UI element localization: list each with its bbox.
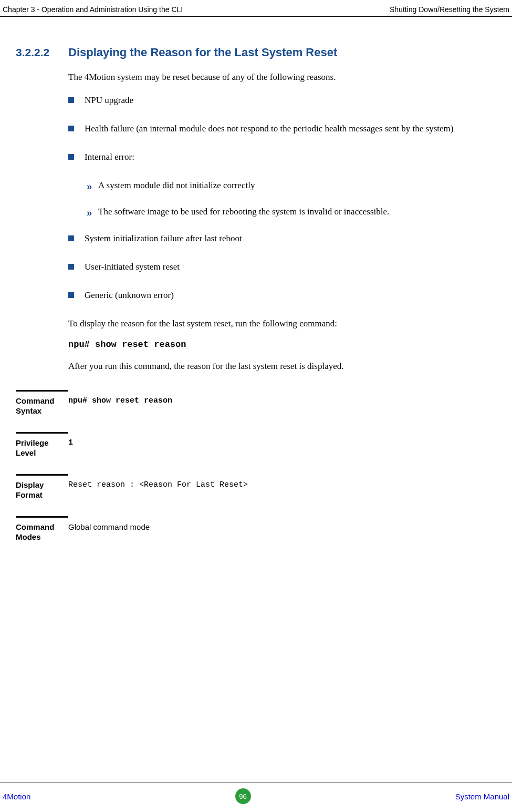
info-label: Command Syntax [16,396,68,416]
header-left: Chapter 3 - Operation and Administration… [3,5,183,14]
list-item: Generic (unknown error) [68,288,496,303]
list-item: Internal error: [68,150,496,165]
main-content: 3.2.2.2 Displaying the Reason for the La… [0,17,512,542]
sub-bullet-text: A system module did not initialize corre… [98,178,496,192]
instruction-paragraph: To display the reason for the last syste… [68,316,496,332]
command-code: npu# show reset reason [68,340,496,350]
info-label-wrapper: Command Modes [16,516,68,542]
info-label: Display Format [16,480,68,500]
info-label: Privilege Level [16,438,68,458]
info-label-wrapper: Display Format [16,474,68,500]
footer-product-name: 4Motion [3,792,30,801]
command-syntax-block: Command Syntax npu# show reset reason [16,390,496,416]
page-footer: 4Motion 96 System Manual [0,783,512,812]
info-value: Global command mode [68,516,150,532]
bullet-text: Internal error: [85,150,496,165]
info-value: Reset reason : <Reason For Last Reset> [68,474,248,490]
section-number: 3.2.2.2 [16,46,68,59]
intro-paragraph: The 4Motion system may be reset because … [68,70,496,85]
list-item: » The software image to be used for rebo… [87,204,496,221]
section-header: 3.2.2.2 Displaying the Reason for the La… [16,46,496,59]
list-item: Health failure (an internal module does … [68,121,496,137]
chevron-icon: » [87,205,90,221]
bullet-text: NPU upgrade [85,93,496,108]
bullet-list-continued: System initialization failure after last… [68,231,496,303]
bullet-text: System initialization failure after last… [85,231,496,246]
page-header: Chapter 3 - Operation and Administration… [0,0,512,17]
info-value: npu# show reset reason [68,390,172,406]
info-value: 1 [68,432,73,448]
square-bullet-icon [68,264,74,270]
square-bullet-icon [68,292,74,298]
info-label-wrapper: Privilege Level [16,432,68,458]
footer-manual-name: System Manual [455,792,509,801]
bullet-text: Generic (unknown error) [85,288,496,303]
page-number: 96 [235,788,251,804]
header-right: Shutting Down/Resetting the System [390,5,509,14]
square-bullet-icon [68,154,74,160]
square-bullet-icon [68,126,74,131]
square-bullet-icon [68,97,74,103]
privilege-level-block: Privilege Level 1 [16,432,496,458]
list-item: User-initiated system reset [68,260,496,275]
list-item: » A system module did not initialize cor… [87,178,496,194]
result-paragraph: After you run this command, the reason f… [68,359,496,374]
display-format-block: Display Format Reset reason : <Reason Fo… [16,474,496,500]
square-bullet-icon [68,235,74,241]
list-item: System initialization failure after last… [68,231,496,246]
sub-bullet-text: The software image to be used for reboot… [98,204,496,219]
sub-bullet-list: » A system module did not initialize cor… [87,178,496,221]
bullet-list: NPU upgrade Health failure (an internal … [68,93,496,165]
list-item: NPU upgrade [68,93,496,108]
command-modes-block: Command Modes Global command mode [16,516,496,542]
bullet-text: User-initiated system reset [85,260,496,275]
info-label-wrapper: Command Syntax [16,390,68,416]
info-label: Command Modes [16,522,68,542]
bullet-text: Health failure (an internal module does … [85,121,496,137]
section-title: Displaying the Reason for the Last Syste… [68,46,337,59]
chevron-icon: » [87,179,90,194]
